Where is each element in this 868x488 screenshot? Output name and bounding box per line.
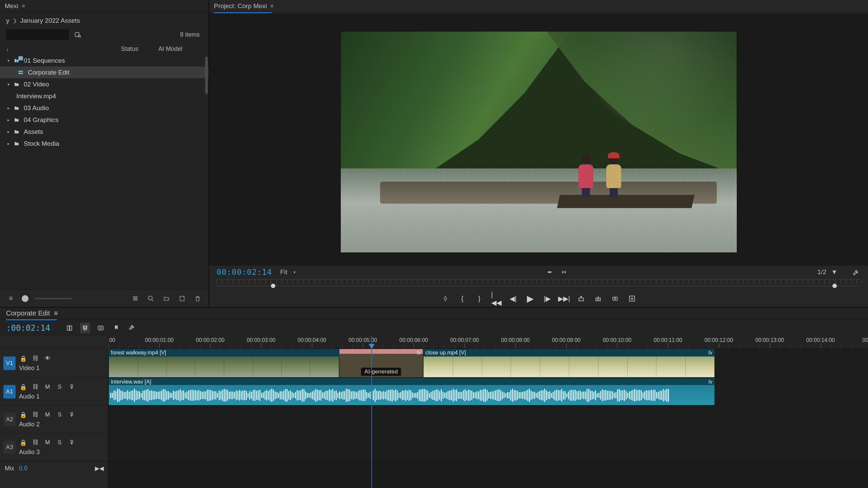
panel-menu-icon[interactable]: ≡	[270, 3, 273, 9]
sync-lock-icon[interactable]: ⛓	[31, 383, 39, 391]
solo-toggle[interactable]: S	[56, 411, 64, 419]
marker-icon[interactable]	[111, 323, 121, 333]
source-patch-a2[interactable]: A2	[3, 413, 16, 426]
search-icon[interactable]	[146, 294, 156, 303]
bin-item[interactable]: ▸Stock Media	[0, 138, 209, 149]
track-a1[interactable]: interview.wav [A] fx	[108, 378, 868, 406]
column-status[interactable]: Status	[121, 45, 158, 53]
track-header-a2[interactable]: A2 🔒 ⛓ M S 🎙 Audio 2	[0, 406, 108, 433]
bin-item[interactable]: ▾02 Video	[0, 78, 209, 90]
linked-selection-icon[interactable]	[96, 323, 106, 333]
sort-arrow-icon[interactable]: ↓	[6, 45, 16, 53]
twisty-icon[interactable]: ▸	[7, 118, 12, 122]
lock-icon[interactable]: 🔒	[19, 439, 27, 447]
mix-value[interactable]: 0.0	[19, 465, 27, 472]
mute-toggle[interactable]: M	[43, 411, 52, 419]
sequence-tab-title[interactable]: Corporate Edit	[6, 309, 50, 317]
program-tab-title[interactable]: Project: Corp Mexi	[214, 2, 267, 10]
new-item-icon[interactable]	[177, 294, 187, 303]
source-patch-a1[interactable]: A1	[3, 385, 16, 399]
mark-in-icon[interactable]: {	[457, 293, 468, 304]
mark-out-icon[interactable]: }	[474, 293, 485, 304]
track-a3[interactable]	[108, 433, 868, 461]
source-patch-v1[interactable]: V1	[3, 357, 16, 370]
twisty-icon[interactable]: ▸	[7, 141, 12, 146]
solo-toggle[interactable]: S	[56, 439, 64, 447]
mute-toggle[interactable]: M	[43, 383, 52, 391]
go-to-out-icon[interactable]: ▶▶|	[559, 293, 569, 304]
extract-icon[interactable]	[593, 293, 603, 304]
track-header-a1[interactable]: A1 🔒 ⛓ M S 🎙 Audio 1	[0, 378, 108, 406]
panel-options-icon[interactable]: ≡	[6, 294, 16, 303]
track-header-a3[interactable]: A3 🔒 ⛓ M S 🎙 Audio 3	[0, 433, 108, 461]
lift-icon[interactable]	[576, 293, 586, 304]
breadcrumb-parent[interactable]: y	[6, 17, 9, 24]
play-icon[interactable]: ▶	[525, 293, 535, 304]
program-video-frame[interactable]	[340, 31, 737, 253]
thumbnail-zoom-track[interactable]	[35, 298, 72, 299]
twisty-icon[interactable]: ▸	[7, 106, 12, 110]
voiceover-icon[interactable]: 🎙	[68, 411, 76, 419]
twisty-icon[interactable]: ▾	[7, 82, 12, 87]
snap-icon[interactable]	[80, 323, 90, 333]
zoom-fit-select[interactable]: Fit▼	[277, 268, 299, 277]
clip-forest-walkway[interactable]: forest walkway.mp4 [V]	[108, 349, 339, 378]
voiceover-icon[interactable]: 🎙	[68, 383, 76, 391]
thumbnail-zoom-handle[interactable]	[22, 295, 28, 302]
go-to-in-icon[interactable]: |◀◀	[491, 293, 501, 304]
settings-icon[interactable]	[127, 323, 137, 333]
clip-interview-audio[interactable]: interview.wav [A] fx	[108, 378, 715, 405]
panel-menu-icon[interactable]: ≡	[54, 309, 58, 317]
bin-item[interactable]: Interview.mp4	[0, 90, 209, 102]
in-point-handle[interactable]	[271, 284, 275, 288]
mix-track-header[interactable]: Mix 0.0 ▶◀	[0, 461, 108, 475]
track-header-v1[interactable]: V1 🔒 ⛓ 👁 Video 1	[0, 349, 108, 378]
out-point-handle[interactable]	[832, 284, 837, 288]
lock-icon[interactable]: 🔒	[19, 383, 27, 391]
program-timecode[interactable]: 00:00:02:14	[217, 268, 272, 277]
project-tab-title[interactable]: Mexi	[5, 2, 18, 10]
voiceover-icon[interactable]: 🎙	[68, 439, 76, 447]
sync-lock-icon[interactable]: ⛓	[31, 354, 39, 363]
export-frame-icon[interactable]	[610, 293, 620, 304]
clip-close-up[interactable]: close up.mp4 [V] fx	[423, 349, 715, 378]
track-a2[interactable]	[108, 406, 868, 433]
lock-icon[interactable]: 🔒	[19, 411, 27, 419]
mute-toggle[interactable]: M	[43, 439, 52, 447]
panel-menu-icon[interactable]: ≡	[22, 3, 25, 9]
twisty-icon[interactable]: ▸	[7, 129, 12, 134]
add-marker-icon[interactable]: ◊	[440, 293, 451, 304]
program-ruler[interactable]	[217, 279, 861, 291]
bin-item[interactable]: ▸04 Graphics	[0, 114, 209, 126]
timeline-ruler[interactable]: 00:0000:00:01:0000:00:02:0000:00:03:0000…	[108, 336, 868, 349]
eye-icon[interactable]: 👁	[43, 354, 52, 363]
nest-toggle-icon[interactable]	[64, 323, 75, 333]
bin-item[interactable]: ▾01 Sequences	[0, 55, 209, 66]
step-back-icon[interactable]: ◀|	[508, 293, 518, 304]
search-input[interactable]	[6, 29, 69, 40]
source-patch-a3[interactable]: A3	[3, 441, 16, 454]
column-ai-model[interactable]: AI Model	[158, 45, 202, 53]
filter-bin-icon[interactable]	[73, 30, 82, 39]
collapse-icon[interactable]: ▶◀	[95, 465, 103, 473]
sync-lock-icon[interactable]: ⛓	[31, 439, 39, 447]
playhead[interactable]	[371, 336, 372, 488]
resolution-select[interactable]: 1/2▼	[815, 268, 840, 277]
timeline-timecode[interactable]: :00:02:14	[6, 323, 50, 333]
sync-lock-icon[interactable]: ⛓	[31, 411, 39, 419]
lock-icon[interactable]: 🔒	[19, 354, 27, 363]
twisty-icon[interactable]: ▾	[7, 58, 12, 63]
clip-ai-generated[interactable]: fx AI-generated	[339, 349, 423, 378]
breadcrumb-current[interactable]: January 2022 Assets	[20, 17, 80, 24]
new-bin-icon[interactable]	[162, 294, 171, 303]
scrollbar-thumb[interactable]	[205, 57, 208, 94]
step-forward-icon[interactable]: |▶	[542, 293, 552, 304]
bin-item[interactable]: ▸Assets	[0, 126, 209, 138]
comparison-view-icon[interactable]	[559, 268, 568, 276]
solo-toggle[interactable]: S	[56, 383, 64, 391]
delete-icon[interactable]	[193, 294, 202, 303]
button-editor-icon[interactable]	[627, 293, 637, 304]
list-view-icon[interactable]	[131, 294, 140, 303]
wrench-icon[interactable]	[852, 268, 861, 276]
bin-item[interactable]: Corporate Edit	[0, 66, 209, 78]
